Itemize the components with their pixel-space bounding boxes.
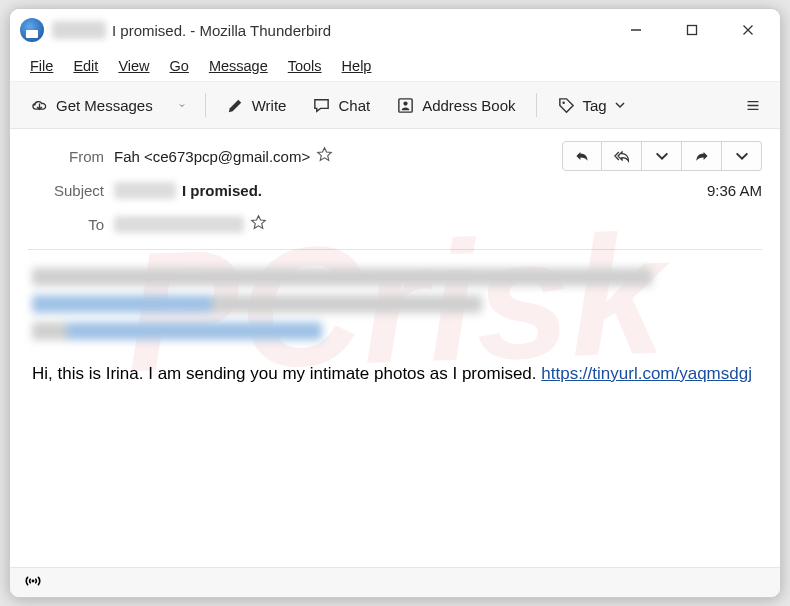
pencil-icon: [226, 96, 245, 115]
separator: [536, 93, 537, 117]
body-paragraph: Hi, this is Irina. I am sending you my i…: [32, 360, 758, 387]
app-menu-button[interactable]: [736, 88, 770, 122]
menu-go[interactable]: Go: [162, 55, 197, 77]
write-button[interactable]: Write: [216, 88, 297, 122]
message-action-buttons: [562, 141, 762, 171]
to-redacted: [114, 216, 244, 233]
menu-tools[interactable]: Tools: [280, 55, 330, 77]
chevron-down-icon: [179, 96, 185, 115]
forward-icon: [694, 148, 710, 164]
to-label: To: [28, 216, 104, 233]
minimize-button[interactable]: [608, 9, 664, 51]
menu-help[interactable]: Help: [334, 55, 380, 77]
separator: [205, 93, 206, 117]
star-recipient-button[interactable]: [250, 214, 267, 234]
body-link[interactable]: https://tinyurl.com/yaqmsdgj: [541, 364, 752, 383]
body-redacted-line: [32, 295, 482, 313]
more-actions-button[interactable]: [722, 141, 762, 171]
svg-point-6: [562, 101, 564, 103]
menu-edit[interactable]: Edit: [65, 55, 106, 77]
star-contact-button[interactable]: [316, 146, 333, 166]
from-row: From Fah <ce673pcp@gmail.com>: [28, 139, 762, 173]
get-messages-label: Get Messages: [56, 97, 153, 114]
get-messages-button[interactable]: Get Messages: [20, 88, 163, 122]
write-label: Write: [252, 97, 287, 114]
chat-label: Chat: [338, 97, 370, 114]
address-book-icon: [396, 96, 415, 115]
subject-row: Subject I promised. 9:36 AM: [28, 173, 762, 207]
body-redacted-line: [32, 268, 652, 286]
menu-file[interactable]: File: [22, 55, 61, 77]
from-label: From: [28, 148, 104, 165]
reply-all-button[interactable]: [602, 141, 642, 171]
svg-rect-1: [688, 26, 697, 35]
hamburger-icon: [746, 96, 760, 115]
window-controls: [608, 9, 776, 51]
subject-label: Subject: [28, 182, 104, 199]
chat-bubble-icon: [312, 96, 331, 115]
from-value[interactable]: Fah <ce673pcp@gmail.com>: [114, 148, 310, 165]
online-status-icon[interactable]: [24, 572, 42, 594]
message-body: Hi, this is Irina. I am sending you my i…: [10, 250, 780, 567]
titlebar: I promised. - Mozilla Thunderbird: [10, 9, 780, 51]
subject-redacted: [114, 182, 176, 199]
address-book-label: Address Book: [422, 97, 515, 114]
chevron-down-icon: [654, 148, 670, 164]
body-redacted-line: [32, 322, 322, 340]
body-text: Hi, this is Irina. I am sending you my i…: [32, 364, 541, 383]
toolbar: Get Messages Write Chat Address Book Tag: [10, 81, 780, 129]
thunderbird-window: PCrisk I promised. - Mozilla Thunderbird…: [9, 8, 781, 598]
close-button[interactable]: [720, 9, 776, 51]
reply-all-icon: [614, 148, 630, 164]
svg-point-5: [404, 101, 408, 105]
message-time: 9:36 AM: [707, 182, 762, 199]
forward-button[interactable]: [682, 141, 722, 171]
message-headers: From Fah <ce673pcp@gmail.com> Subject I …: [10, 129, 780, 249]
to-row: To: [28, 207, 762, 241]
get-messages-dropdown[interactable]: [169, 88, 195, 122]
address-book-button[interactable]: Address Book: [386, 88, 525, 122]
window-title: I promised. - Mozilla Thunderbird: [112, 22, 331, 39]
menubar: File Edit View Go Message Tools Help: [10, 51, 780, 81]
subject-value: I promised.: [182, 182, 262, 199]
maximize-button[interactable]: [664, 9, 720, 51]
tag-button[interactable]: Tag: [547, 88, 636, 122]
reply-button[interactable]: [562, 141, 602, 171]
svg-point-10: [32, 579, 35, 582]
menu-view[interactable]: View: [110, 55, 157, 77]
statusbar: [10, 567, 780, 597]
download-cloud-icon: [30, 96, 49, 115]
reply-icon: [574, 148, 590, 164]
title-redacted: [52, 21, 106, 39]
thunderbird-icon: [20, 18, 44, 42]
tag-label: Tag: [583, 97, 607, 114]
tag-icon: [557, 96, 576, 115]
reply-all-dropdown[interactable]: [642, 141, 682, 171]
chevron-down-icon: [734, 148, 750, 164]
menu-message[interactable]: Message: [201, 55, 276, 77]
chevron-down-icon: [614, 99, 626, 111]
chat-button[interactable]: Chat: [302, 88, 380, 122]
